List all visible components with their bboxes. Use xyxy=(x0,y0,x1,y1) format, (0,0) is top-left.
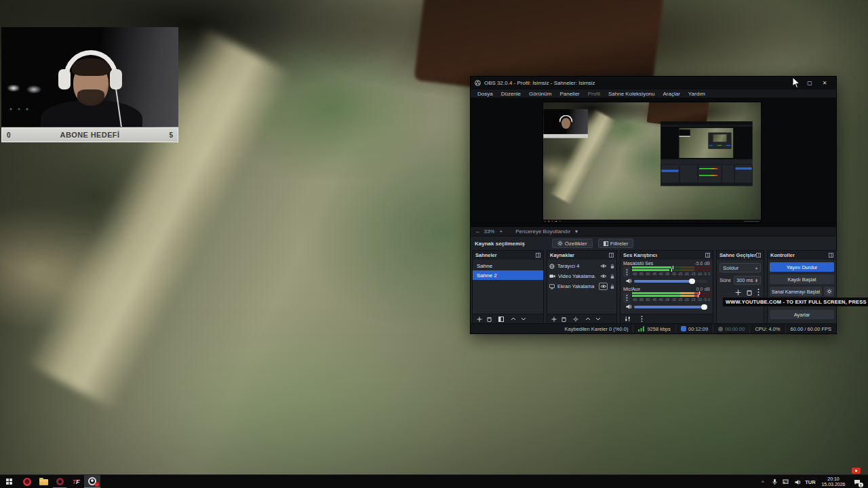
lock-icon[interactable] xyxy=(610,274,614,279)
settings-button[interactable]: Ayarlar xyxy=(770,310,834,319)
preview-canvas[interactable] xyxy=(543,102,761,223)
lock-icon[interactable] xyxy=(610,264,614,269)
mixer-menu-icon[interactable] xyxy=(641,316,643,322)
remove-scene-icon[interactable] xyxy=(487,317,492,322)
screen: 0 ABONE HEDEFİ 5 OBS 32.0.4 - Profil: İs… xyxy=(0,0,868,488)
speaker-icon[interactable] xyxy=(626,304,632,310)
goal-title: ABONE HEDEFİ xyxy=(20,131,160,139)
remove-source-icon[interactable] xyxy=(561,317,566,322)
stop-streaming-button[interactable]: Yayını Durdur xyxy=(770,262,834,272)
duration-spinner[interactable]: 300 ms ▲▼ xyxy=(734,276,761,285)
transition-menu-icon[interactable] xyxy=(757,289,760,296)
dock-icon[interactable] xyxy=(705,253,710,258)
obs-statusbar: Kaybedilen Kareler 0 (%0.0) 9258 kbps 00… xyxy=(471,323,836,333)
menu-dosya[interactable]: Dosya xyxy=(473,91,497,97)
obs-logo-icon xyxy=(475,80,481,86)
move-source-down-icon[interactable] xyxy=(595,317,601,321)
fit-to-window-label[interactable]: Pencereye Boyutlandır xyxy=(515,228,570,235)
scene-filters-icon[interactable] xyxy=(498,317,504,322)
menu-duzenle[interactable]: Düzenle xyxy=(497,91,525,97)
tray-expand-button[interactable]: ^ xyxy=(758,475,768,488)
channel-menu-icon[interactable] xyxy=(623,266,630,277)
mixer-channel-mic: Mic/Aux 0.0 dB -60-55-50-45-40-35-30-25-… xyxy=(620,285,713,310)
webcam-overlay xyxy=(1,27,178,127)
scene-item-sahne-2[interactable]: Sahne 2 xyxy=(473,270,543,280)
menu-profil[interactable]: Profil xyxy=(584,91,604,97)
notification-badge: 1 xyxy=(859,483,863,487)
source-status-text: Kaynak seçilmemiş xyxy=(475,241,525,247)
fit-caret-icon[interactable]: ▾ xyxy=(575,228,578,235)
zoom-out-button[interactable]: – xyxy=(476,228,479,235)
start-button[interactable] xyxy=(3,475,16,488)
tray-speaker[interactable] xyxy=(792,475,803,488)
virtual-camera-settings-button[interactable] xyxy=(824,287,834,296)
start-recording-button[interactable]: Kaydı Başlat xyxy=(770,274,834,284)
obs-taskbar-button[interactable] xyxy=(84,475,100,488)
visibility-eye-icon[interactable] xyxy=(599,262,608,270)
filter-icon xyxy=(604,241,608,246)
preview-webcam xyxy=(544,109,588,134)
cpu-usage: CPU: 4.0% xyxy=(749,324,785,333)
dock-icon[interactable] xyxy=(756,253,761,258)
move-scene-up-icon[interactable] xyxy=(511,317,516,321)
menu-gorunum[interactable]: Görünüm xyxy=(525,91,555,97)
move-scene-down-icon[interactable] xyxy=(521,317,526,321)
chevron-up-icon: ^ xyxy=(762,479,764,485)
camera-icon xyxy=(549,274,555,279)
volume-slider[interactable] xyxy=(634,280,707,283)
file-explorer-button[interactable] xyxy=(37,475,50,488)
volume-slider[interactable] xyxy=(634,306,707,308)
add-scene-icon[interactable] xyxy=(477,317,482,322)
dock-icon[interactable] xyxy=(829,253,833,258)
advanced-audio-icon[interactable] xyxy=(625,316,631,322)
lock-icon[interactable] xyxy=(610,284,614,289)
fps-counter: 60.00 / 60.00 FPS xyxy=(785,324,836,333)
channel-db: 0.0 dB xyxy=(696,287,710,291)
zoom-in-button[interactable]: + xyxy=(499,228,502,235)
clock[interactable]: 20:10 15.03.2026 xyxy=(818,475,848,488)
signal-icon xyxy=(638,326,645,331)
add-source-icon[interactable] xyxy=(551,317,557,322)
display-icon xyxy=(549,284,555,289)
channel-name: Mic/Aux xyxy=(623,287,640,291)
notification-center-button[interactable]: 1 xyxy=(849,475,865,488)
tray-microphone[interactable] xyxy=(769,475,780,488)
language-indicator[interactable]: TUR xyxy=(804,475,817,488)
transition-select[interactable]: Soldur ▾ xyxy=(719,263,761,272)
menu-paneller[interactable]: Paneller xyxy=(555,91,583,97)
dock-icon[interactable] xyxy=(536,253,540,258)
close-button[interactable]: ✕ xyxy=(817,77,832,89)
filters-button[interactable]: Filtreler xyxy=(598,239,634,248)
source-properties-icon[interactable] xyxy=(573,317,578,322)
spinner-arrows-icon[interactable]: ▲▼ xyxy=(755,279,758,283)
remove-transition-icon[interactable] xyxy=(747,289,752,296)
taskbar-app-red[interactable] xyxy=(20,475,34,488)
move-source-up-icon[interactable] xyxy=(585,317,591,321)
browser-button[interactable] xyxy=(53,475,66,488)
scene-item-sahne[interactable]: Sahne xyxy=(473,261,543,270)
menu-yardim[interactable]: Yardım xyxy=(684,91,709,97)
source-row-video-capture[interactable]: Video Yakalama Aygı xyxy=(547,271,616,281)
obs-titlebar[interactable]: OBS 32.0.4 - Profil: İsimsiz - Sahneler:… xyxy=(471,77,836,89)
controls-title: Kontroller xyxy=(770,252,795,258)
menu-araclar[interactable]: Araçlar xyxy=(659,91,684,97)
preview-zoom-row: – 33% + Pencereye Boyutlandır ▾ xyxy=(471,227,836,236)
speaker-icon[interactable] xyxy=(626,278,632,284)
taskbar-app-tf[interactable]: TF xyxy=(69,475,83,488)
tray-display[interactable] xyxy=(780,475,791,488)
source-row-browser[interactable]: Tarayıcı 4 xyxy=(547,261,616,271)
stream-timer: 00:12:09 xyxy=(675,324,713,333)
virtual-camera-button[interactable]: Sanal Kamerayı Başlat xyxy=(770,287,822,296)
visibility-eye-icon[interactable] xyxy=(599,272,608,280)
source-label: Tarayıcı 4 xyxy=(557,263,596,269)
menu-sahne-koleksiyonu[interactable]: Sahne Koleksiyonu xyxy=(604,91,659,97)
folder-icon xyxy=(39,479,48,485)
dock-icon[interactable] xyxy=(609,253,614,258)
channel-menu-icon[interactable] xyxy=(623,292,630,303)
maximize-button[interactable]: ▢ xyxy=(802,77,817,89)
add-transition-icon[interactable] xyxy=(735,289,741,296)
properties-button[interactable]: Özellikler xyxy=(552,239,593,248)
source-row-screen-capture[interactable]: Ekran Yakalama xyxy=(547,281,616,291)
obs-window: OBS 32.0.4 - Profil: İsimsiz - Sahneler:… xyxy=(470,76,837,334)
visibility-eye-icon[interactable] xyxy=(599,283,608,290)
